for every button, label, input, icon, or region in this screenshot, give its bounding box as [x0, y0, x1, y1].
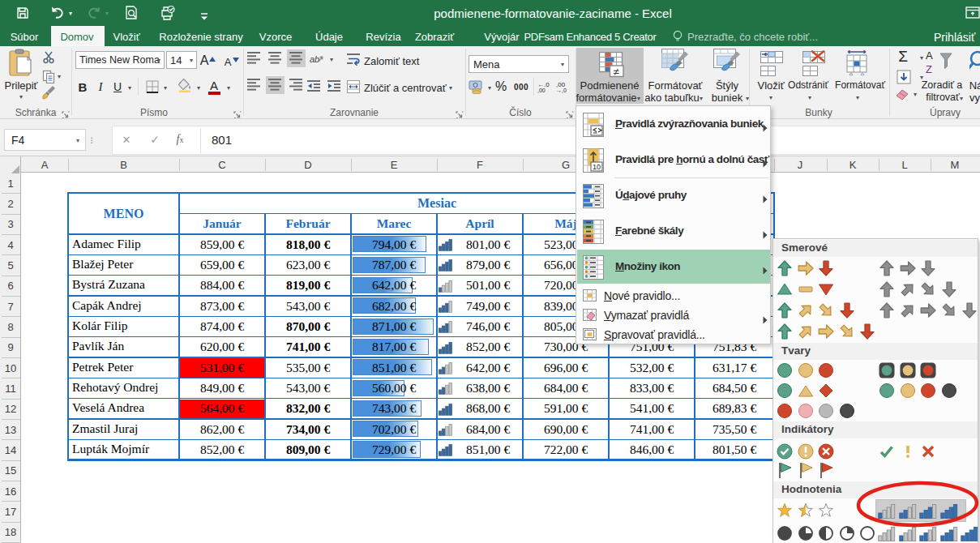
svg-text:A: A [926, 49, 933, 62]
svg-text:Z: Z [926, 63, 932, 75]
svg-text:10: 10 [593, 163, 601, 171]
svg-text:→,0: →,0 [556, 88, 567, 93]
svg-text:≠: ≠ [614, 66, 619, 78]
svg-text:ab: ab [310, 54, 319, 64]
svg-text:,00: ,00 [537, 88, 546, 93]
